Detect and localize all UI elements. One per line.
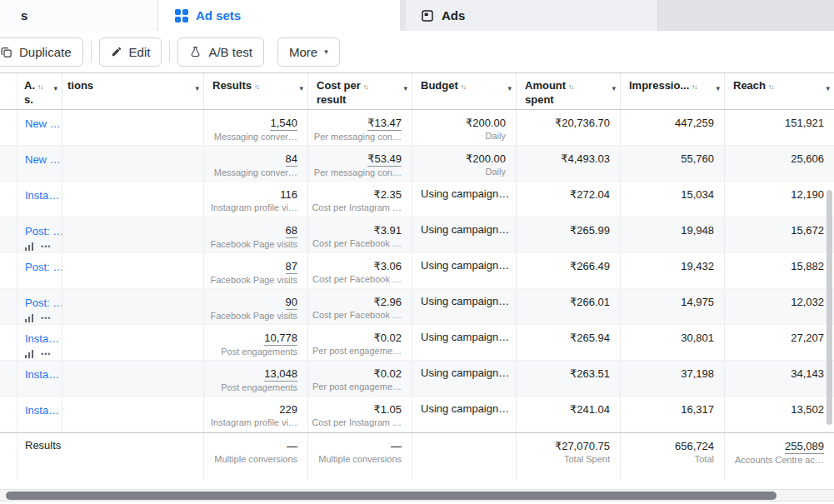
entity-tabbar: s Ad sets Ads (0, 0, 834, 31)
column-header-attributions[interactable]: tions ▾ (62, 73, 204, 109)
impressions-value: 447,259 (675, 116, 714, 130)
adset-name-link[interactable]: Post: … (25, 261, 62, 273)
adset-name-link[interactable]: Insta… (25, 404, 59, 417)
spent-value: ₹20,736.70 (555, 116, 610, 130)
vertical-scrollbar-thumb[interactable] (827, 190, 832, 425)
column-header-budget[interactable]: Budget↑↓ ▾ (412, 73, 517, 109)
options-menu-icon[interactable]: ••• (41, 350, 51, 358)
impressions-value: 15,034 (681, 187, 714, 202)
budget-value: Using campaign… (421, 223, 509, 236)
sort-icon[interactable]: ↑↓ (768, 83, 773, 91)
sort-icon[interactable]: ↑↓ (461, 83, 466, 91)
results-value: 68 (286, 223, 297, 238)
table-row[interactable]: Insta… ••• 10,778Post engagements ₹0.02P… (0, 325, 834, 361)
tab-ads[interactable]: Ads (406, 0, 658, 31)
column-menu-icon[interactable]: ▾ (716, 82, 720, 95)
budget-value: Using campaign… (421, 259, 509, 272)
budget-value: Using campaign… (421, 331, 509, 343)
impressions-value: 19,432 (681, 259, 714, 273)
tab-ads-label: Ads (442, 8, 465, 22)
reach-value: 15,882 (791, 259, 824, 273)
sort-icon[interactable]: ↑↓ (37, 83, 42, 91)
table-row[interactable]: New … 1,540Messaging conver… ₹13.47Per m… (0, 110, 834, 146)
impressions-value: 30,801 (681, 331, 714, 345)
options-menu-icon[interactable]: ••• (41, 242, 51, 251)
column-menu-icon[interactable]: ▾ (612, 82, 616, 95)
column-header-reach[interactable]: Reach↑↓ ▾ (725, 73, 834, 109)
column-menu-icon[interactable]: ▾ (826, 82, 830, 95)
table-row[interactable]: Post: … ••• 68Facebook Page visits ₹3.91… (0, 217, 834, 253)
budget-value: ₹200.00 (466, 152, 506, 166)
table-row[interactable]: Post: … 87Facebook Page visits ₹3.06Cost… (0, 253, 834, 289)
ab-test-button[interactable]: A/B test (177, 37, 264, 67)
reach-value: 13,502 (791, 402, 824, 417)
column-menu-icon[interactable]: ▾ (53, 82, 57, 95)
adset-name-link[interactable]: New … (25, 153, 61, 166)
totals-reach: 255,089 (785, 439, 824, 454)
cost-value: ₹13.47 (367, 116, 402, 131)
adset-name-link[interactable]: Insta… (25, 368, 59, 381)
edit-button[interactable]: Edit (99, 37, 162, 67)
spent-value: ₹266.49 (570, 259, 610, 273)
budget-value: ₹200.00 (466, 116, 506, 130)
actions-toolbar: Duplicate Edit A/B test More ▾ (0, 31, 834, 72)
column-header-cost-per-result[interactable]: Cost per↑↓ result ▾ (308, 73, 412, 109)
view-charts-icon[interactable] (25, 242, 33, 251)
cost-value: ₹3.06 (373, 259, 402, 273)
results-value: 1,540 (270, 116, 297, 131)
tab-ad-sets[interactable]: Ad sets (158, 0, 400, 31)
table-row[interactable]: Insta… 13,048Post engagements ₹0.02Per p… (0, 361, 834, 397)
edit-label: Edit (129, 45, 151, 59)
adset-name-link[interactable]: Insta… (25, 332, 59, 345)
cost-value: ₹2.35 (373, 187, 402, 202)
table-row[interactable]: Insta… 116Instagram profile vi… ₹2.35Cos… (0, 182, 834, 217)
column-menu-icon[interactable]: ▾ (195, 82, 199, 95)
table-row[interactable]: Insta… 229Instagram profile vi… ₹1.05Cos… (0, 397, 834, 432)
impressions-value: 16,317 (681, 402, 714, 417)
adset-name-link[interactable]: New … (25, 117, 61, 130)
results-value: 229 (279, 402, 297, 417)
header-gutter (0, 73, 17, 109)
budget-value: Using campaign… (421, 295, 509, 307)
toolbar-divider (169, 41, 170, 62)
view-charts-icon[interactable] (25, 350, 33, 358)
more-label: More (289, 45, 317, 59)
results-value: 116 (280, 187, 297, 202)
adset-name-link[interactable]: Post: … (25, 225, 62, 237)
impressions-value: 55,760 (681, 152, 714, 166)
column-menu-icon[interactable]: ▾ (507, 82, 512, 95)
view-charts-icon[interactable] (25, 314, 33, 322)
cost-value: ₹0.02 (373, 367, 402, 381)
totals-row: Results —Multiple conversions —Multiple … (0, 432, 834, 480)
more-button[interactable]: More ▾ (277, 37, 340, 67)
ad-sets-icon (175, 9, 188, 22)
options-menu-icon[interactable]: ••• (41, 314, 51, 322)
column-header-results[interactable]: Results↑↓ ▾ (204, 73, 308, 109)
duplicate-icon (0, 46, 12, 58)
table-row[interactable]: Post: … ••• 90Facebook Page visits ₹2.96… (0, 289, 834, 325)
column-header-amount-spent[interactable]: Amount↑↓ spent ▾ (517, 73, 621, 109)
impressions-value: 37,198 (681, 367, 714, 381)
column-header-name[interactable]: A.↑↓ s. ▾ (17, 73, 62, 109)
column-header-impressions[interactable]: Impressio...↑↓ ▾ (621, 73, 725, 109)
column-menu-icon[interactable]: ▾ (299, 82, 303, 95)
sort-icon[interactable]: ↑↓ (568, 83, 573, 91)
sort-icon[interactable]: ↑↓ (692, 83, 697, 91)
spent-value: ₹265.99 (570, 223, 610, 237)
horizontal-scrollbar-track[interactable] (0, 489, 834, 502)
budget-value: Using campaign… (421, 187, 509, 200)
pencil-icon (111, 46, 122, 57)
horizontal-scrollbar-thumb[interactable] (6, 492, 777, 500)
spent-value: ₹266.01 (570, 295, 610, 309)
spent-value: ₹265.94 (570, 331, 610, 345)
reach-value: 12,032 (791, 295, 824, 309)
sort-icon[interactable]: ↑↓ (254, 83, 259, 91)
duplicate-button[interactable]: Duplicate (0, 37, 83, 67)
adset-name-link[interactable]: Post: … (25, 297, 62, 309)
adset-name-link[interactable]: Insta… (25, 189, 59, 202)
column-menu-icon[interactable]: ▾ (403, 82, 407, 95)
reach-value: 34,143 (791, 367, 824, 381)
table-row[interactable]: New … 84Messaging conver… ₹53.49Per mess… (0, 146, 834, 182)
sort-icon[interactable]: ↑↓ (363, 83, 368, 91)
tab-campaigns-partial[interactable]: s (0, 0, 158, 31)
